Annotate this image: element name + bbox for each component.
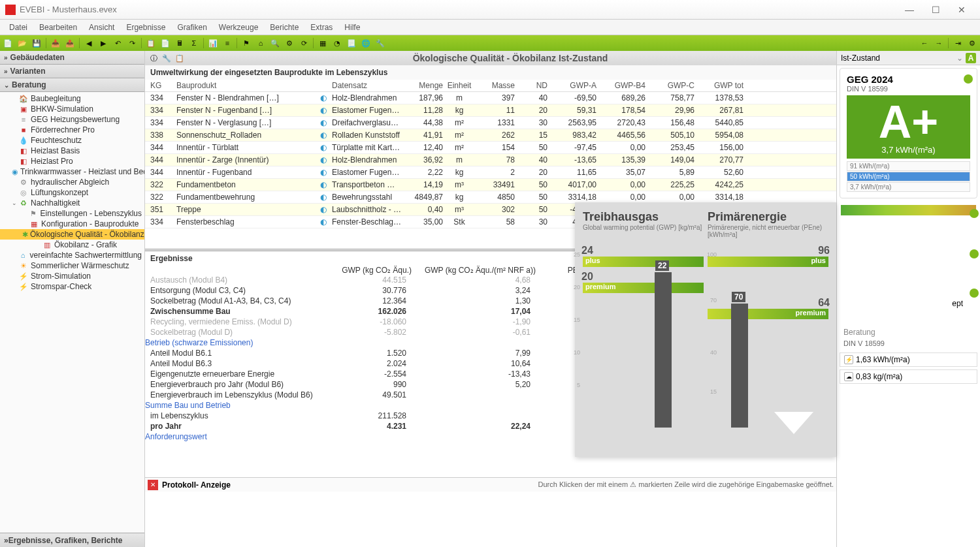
- menu-hilfe[interactable]: Hilfe: [339, 22, 365, 33]
- minimize-button[interactable]: —: [896, 0, 923, 20]
- gear-icon[interactable]: ⚙: [283, 37, 296, 49]
- ept-label: ept: [952, 299, 963, 308]
- misc-icon[interactable]: 🔧: [374, 37, 387, 49]
- table-header: KG Bauprodukt Datensatz Menge Einheit Ma…: [145, 80, 836, 92]
- table-row[interactable]: 334Fenster N - Blendrahmen […]◐Holz-Blen…: [145, 92, 836, 104]
- efficiency-bars: [837, 201, 980, 247]
- copy-icon[interactable]: 📋: [174, 53, 186, 63]
- menu-ansicht[interactable]: Ansicht: [84, 22, 120, 33]
- tree-item-14[interactable]: ▥Ökobilanz - Grafik: [0, 240, 144, 250]
- tree-item-11[interactable]: ⚑Einstellungen - Lebenszyklus: [0, 208, 144, 219]
- right-tab[interactable]: Ist-Zustand ⌄ A: [837, 51, 980, 65]
- legend-1[interactable]: 91 kWh/(m²a): [847, 161, 970, 171]
- zoom-icon[interactable]: 🔍: [269, 37, 282, 49]
- tree-item-9[interactable]: ◎Lüftungskonzept: [0, 187, 144, 198]
- col-gwpa: GWP-A: [547, 81, 596, 90]
- export-icon[interactable]: 📄: [159, 37, 172, 49]
- menu-ergebnisse[interactable]: Ergebnisse: [121, 22, 171, 33]
- tree-item-6[interactable]: ◧Heizlast Pro: [0, 156, 144, 166]
- list-icon[interactable]: ≡: [221, 37, 234, 49]
- window-title: EVEBI - Musterhaus.evex: [20, 5, 117, 14]
- tree-item-12[interactable]: ▦Konfiguration - Bauprodukte: [0, 219, 144, 229]
- tree-item-13[interactable]: ✱Ökologische Qualität - Ökobilanz: [0, 229, 144, 240]
- col-masse: Masse: [476, 81, 515, 90]
- tree-item-15[interactable]: ⌂vereinfachte Sachwertermittlung: [0, 250, 144, 260]
- calc-icon[interactable]: 🖩: [173, 37, 186, 49]
- globe-icon[interactable]: 🌐: [359, 37, 372, 49]
- pie-icon[interactable]: ◔: [331, 37, 344, 49]
- menubar: Datei Bearbeiten Ansicht Ergebnisse Graf…: [0, 20, 980, 35]
- table-row[interactable]: 344Innentür - Türblatt◐Türplatte mit Kar…: [145, 142, 836, 154]
- tree-item-7[interactable]: ◉Trinkwarmwasser - Heizlast und Bedarf: [0, 166, 144, 177]
- refresh-icon[interactable]: ⟳: [297, 37, 310, 49]
- center-title: Ökologische Qualität - Ökobilanz Ist-Zus…: [187, 53, 834, 63]
- panel-ergebnisse-bottom[interactable]: »Ergebnisse, Grafiken, Berichte: [0, 533, 144, 547]
- right-panel: Ist-Zustand ⌄ A GEG 2024 DIN V 18599 A+ …: [836, 51, 980, 547]
- tree-item-17[interactable]: ⚡Strom-Simulation: [0, 271, 144, 281]
- folder-out-icon[interactable]: 📤: [63, 37, 76, 49]
- bar-icon[interactable]: ▦: [316, 37, 329, 49]
- nav-back-icon[interactable]: ←: [918, 37, 931, 49]
- open-icon[interactable]: 📂: [16, 37, 29, 49]
- gauge1-sub: Global warming potential (GWP) [kg/m²a]: [583, 224, 704, 240]
- menu-berichte[interactable]: Berichte: [265, 22, 304, 33]
- titlebar: EVEBI - Musterhaus.evex — ☐ ✕: [0, 0, 980, 20]
- col-bauprodukt: Bauprodukt: [176, 81, 320, 90]
- gauge-primaerenergie: 96 plus 64 premium 70 100 70 40 15: [708, 245, 828, 428]
- panel-varianten[interactable]: »Varianten: [0, 65, 144, 78]
- tree-item-8[interactable]: ⚙hydraulischer Abgleich: [0, 177, 144, 187]
- menu-datei[interactable]: Datei: [4, 22, 33, 33]
- table-row[interactable]: 338Sonnenschutz_Rolladen◐Rolladen Kunsts…: [145, 129, 836, 142]
- home-icon[interactable]: ⌂: [254, 37, 267, 49]
- tree-item-2[interactable]: ≡GEG Heizungsbewertung: [0, 114, 144, 125]
- tree-item-16[interactable]: ☀Sommerlicher Wärmeschutz: [0, 260, 144, 271]
- close-protokoll-icon[interactable]: ✕: [148, 480, 158, 490]
- legend-2[interactable]: 50 kWh/(m²a): [847, 172, 970, 181]
- back-icon[interactable]: ◀: [82, 37, 95, 49]
- table-row[interactable]: 334Fenster N - Fugenband […]◐Elastomer F…: [145, 104, 836, 117]
- chevron-down-icon: ⌄: [956, 54, 963, 63]
- settings-icon[interactable]: ⚙: [966, 37, 979, 49]
- chart-icon[interactable]: 📊: [206, 37, 220, 49]
- maximize-button[interactable]: ☐: [923, 0, 949, 20]
- nav-fwd-icon[interactable]: →: [932, 37, 945, 49]
- tree-item-10[interactable]: ⌄♻Nachhaltigkeit: [0, 198, 144, 208]
- exit-icon[interactable]: ⇥: [951, 37, 964, 49]
- folder-in-icon[interactable]: 📥: [49, 37, 62, 49]
- undo-icon[interactable]: ↶: [111, 37, 124, 49]
- table-row[interactable]: 344Innentür - Zarge (Innentür)◐Holz-Blen…: [145, 154, 836, 166]
- table-row[interactable]: 334Fenster N - Verglasung […]◐Dreifachve…: [145, 117, 836, 129]
- table-row[interactable]: 322Fundamentbeton◐Transportbeton …14,19m…: [145, 179, 836, 191]
- panel-beratung[interactable]: ⌄Beratung: [0, 78, 144, 92]
- tree-item-1[interactable]: ▣BHKW-Simulation: [0, 104, 144, 114]
- tree-item-0[interactable]: 🏠Baubegleitung: [0, 93, 144, 104]
- close-button[interactable]: ✕: [949, 0, 975, 20]
- info-icon[interactable]: ⓘ: [148, 53, 159, 63]
- forward-icon[interactable]: ▶: [97, 37, 110, 49]
- app-icon: [5, 5, 16, 15]
- report-icon[interactable]: 📋: [144, 37, 157, 49]
- table-row[interactable]: 344Innentür - Fugenband◐Elastomer Fugen……: [145, 166, 836, 179]
- menu-bearbeiten[interactable]: Bearbeiten: [34, 22, 82, 33]
- col-menge: Menge: [404, 81, 443, 90]
- flag-icon[interactable]: ⚑: [240, 37, 253, 49]
- menu-werkzeuge[interactable]: Werkzeuge: [214, 22, 263, 33]
- gauge-treibhausgas: 24 plus 20 premium 22 25 20 15 10 5: [583, 245, 704, 428]
- tree-item-4[interactable]: 💧Feuchteschutz: [0, 135, 144, 146]
- tree-item-5[interactable]: ◧Heizlast Basis: [0, 146, 144, 156]
- panel-gebaeudedaten[interactable]: »Gebäudedaten: [0, 51, 144, 65]
- tool-icon[interactable]: 🔧: [161, 53, 172, 63]
- gauge-overlay: Treibhausgas Global warming potential (G…: [575, 202, 836, 457]
- rfoot-title: Beratung: [837, 325, 980, 339]
- doc-icon[interactable]: 📃: [345, 37, 358, 49]
- save-icon[interactable]: 💾: [30, 37, 43, 49]
- legend-3[interactable]: 3,7 kWh/(m²a): [847, 182, 970, 192]
- sum-icon[interactable]: Σ: [188, 37, 201, 49]
- protokoll-label: Protokoll- Anzeige: [162, 480, 231, 490]
- menu-extras[interactable]: Extras: [305, 22, 338, 33]
- redo-icon[interactable]: ↷: [125, 37, 139, 49]
- new-icon[interactable]: 📄: [1, 37, 14, 49]
- tree-item-3[interactable]: ■Förderrechner Pro: [0, 125, 144, 135]
- tree-item-18[interactable]: ⚡Stromspar-Check: [0, 281, 144, 292]
- menu-grafiken[interactable]: Grafiken: [172, 22, 212, 33]
